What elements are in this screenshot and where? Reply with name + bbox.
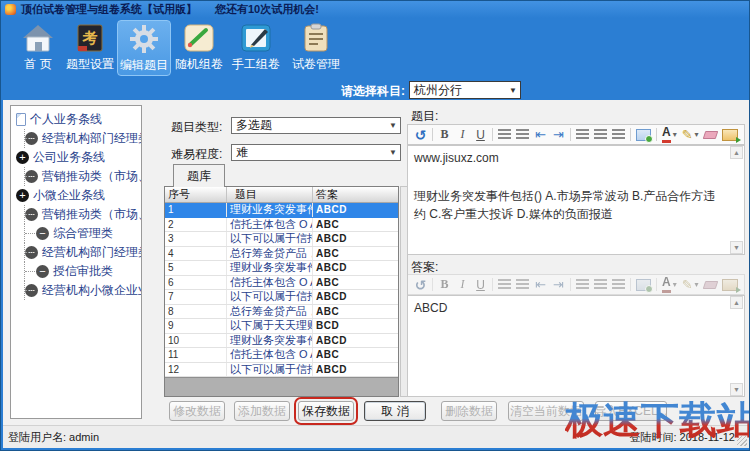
highlight-icon[interactable]: ✎ xyxy=(682,127,699,143)
modify-data-button[interactable]: 修改数据 xyxy=(169,401,225,421)
tree-item[interactable]: − 综合管理类 xyxy=(11,224,141,243)
cell-answer: ABCD xyxy=(313,290,398,304)
tree-item-label: 经营机构部门经理类 xyxy=(42,244,142,261)
tree-node-icon: + xyxy=(16,151,29,164)
table-row[interactable]: 10 理财业务突发事件... ABCD xyxy=(165,334,398,349)
home-icon xyxy=(21,23,55,53)
toolbar-separator xyxy=(656,278,657,291)
tree-item[interactable]: − 经营机构小微企业业务 xyxy=(11,281,141,300)
insert-image-icon[interactable] xyxy=(636,279,651,291)
table-row[interactable]: 7 以下可以属于信托... ABCD xyxy=(165,290,398,305)
undo-icon[interactable]: ↺ xyxy=(414,277,427,293)
clear-data-button[interactable]: 清空当前数据 xyxy=(508,401,584,421)
difficulty-dropdown[interactable]: 难 ▼ xyxy=(231,144,401,161)
outdent-icon[interactable]: ⇤ xyxy=(534,127,547,143)
table-row[interactable]: 1 理财业务突发事件... ABCD xyxy=(165,203,398,218)
underline-icon[interactable]: U xyxy=(474,127,487,143)
tree-connector xyxy=(24,224,36,243)
align-left-icon[interactable] xyxy=(576,129,589,140)
tree-item[interactable]: − 营销推动类（市场、产 xyxy=(11,205,141,224)
difficulty-value: 难 xyxy=(236,144,248,161)
tree-item[interactable]: − 授信审批类 xyxy=(11,262,141,281)
chevron-down-icon: ▼ xyxy=(389,121,397,130)
scroll-down-icon[interactable]: ▼ xyxy=(730,241,743,254)
bullet-list-icon[interactable] xyxy=(498,129,511,140)
table-row[interactable]: 9 以下属于天天理财... BCD xyxy=(165,319,398,334)
font-color-icon[interactable]: A xyxy=(662,127,677,143)
table-row[interactable]: 4 总行筹金贷产品，... ABC xyxy=(165,247,398,262)
table-row[interactable]: 5 理财业务突发事件... ABCD xyxy=(165,261,398,276)
eraser-icon[interactable] xyxy=(702,281,718,289)
align-right-icon[interactable] xyxy=(612,279,625,290)
nav-item-paper-manage[interactable]: 试卷管理 xyxy=(289,20,343,76)
table-body: 1 理财业务突发事件... ABCD 2 信托主体包含 O A... ABC 3… xyxy=(165,203,398,377)
save-data-button[interactable]: 保存数据 xyxy=(298,401,354,421)
table-row[interactable]: 12 以下可以属于信托... ABCD xyxy=(165,363,398,378)
notebook-pencil-icon xyxy=(239,23,273,53)
bullet-list-icon[interactable] xyxy=(498,279,511,290)
answer-editor[interactable]: ABCD xyxy=(407,295,745,397)
table-row[interactable]: 2 信托主体包含 O A... ABC xyxy=(165,218,398,233)
tree-item-label: 营销推动类（市场、产 xyxy=(42,206,142,223)
align-right-icon[interactable] xyxy=(612,129,625,140)
insert-media-icon[interactable] xyxy=(722,279,738,291)
nav-item-question-types[interactable]: 考 题型设置 xyxy=(63,20,117,76)
align-center-icon[interactable] xyxy=(594,129,607,140)
table-row[interactable]: 11 信托主体包含 O A... ABC xyxy=(165,348,398,363)
gear-icon xyxy=(127,24,161,54)
undo-icon[interactable]: ↺ xyxy=(414,127,427,143)
table-row[interactable]: 8 总行筹金贷产品，... ABC xyxy=(165,305,398,320)
table-row[interactable]: 3 以下可以属于信托... ABCD xyxy=(165,232,398,247)
tree-item[interactable]: + 公司业务条线 xyxy=(11,148,141,167)
cell-no: 1 xyxy=(165,203,227,217)
scroll-up-icon[interactable]: ▲ xyxy=(730,146,743,159)
cell-answer: ABC xyxy=(313,247,398,261)
italic-icon[interactable]: I xyxy=(456,127,469,143)
tree-item[interactable]: 个人业务条线 xyxy=(11,110,141,129)
toolbar-separator xyxy=(570,128,571,141)
tab-question-bank[interactable]: 题库 xyxy=(173,164,225,187)
scroll-up-icon[interactable]: ▲ xyxy=(730,296,743,309)
subject-dropdown[interactable]: 杭州分行 ▼ xyxy=(409,81,521,99)
nav-item-manual-paper[interactable]: 手工组卷 xyxy=(229,20,283,76)
numbered-list-icon[interactable] xyxy=(516,279,529,290)
import-excel-button[interactable]: 导入EXCEL... xyxy=(595,401,667,421)
numbered-list-icon[interactable] xyxy=(516,129,529,140)
cancel-button[interactable]: 取 消 xyxy=(364,401,426,421)
tree-node-icon: − xyxy=(36,265,49,278)
nav-item-home[interactable]: 首 页 xyxy=(11,20,65,76)
column-header-title: 题目 xyxy=(227,187,313,202)
delete-data-button[interactable]: 删除数据 xyxy=(441,401,497,421)
nav-item-edit-questions[interactable]: 编辑题目 xyxy=(117,20,171,76)
tree-item[interactable]: − 营销推动类（市场、产 xyxy=(11,167,141,186)
tree-item[interactable]: − 经营机构部门经理类 xyxy=(11,243,141,262)
indent-icon[interactable]: ⇥ xyxy=(552,277,565,293)
cell-no: 6 xyxy=(165,276,227,290)
insert-image-icon[interactable] xyxy=(636,129,651,141)
tree-item[interactable]: − 经营机构部门经理类 xyxy=(11,129,141,148)
align-left-icon[interactable] xyxy=(576,279,589,290)
question-editor[interactable]: www.jisuxz.com 理财业务突发事件包括() A.市场异常波动 B.产… xyxy=(407,145,745,255)
add-data-button[interactable]: 添加数据 xyxy=(234,401,290,421)
indent-icon[interactable]: ⇥ xyxy=(552,127,565,143)
question-type-dropdown[interactable]: 多选题 ▼ xyxy=(231,117,401,134)
table-row[interactable]: 6 信托主体包含 O A... ABC xyxy=(165,276,398,291)
align-center-icon[interactable] xyxy=(594,279,607,290)
scroll-down-icon[interactable]: ▼ xyxy=(730,383,743,396)
tree-item-label: 综合管理类 xyxy=(53,225,113,242)
outdent-icon[interactable]: ⇤ xyxy=(534,277,547,293)
insert-media-icon[interactable] xyxy=(722,129,738,141)
font-color-icon[interactable]: A xyxy=(662,277,677,293)
underline-icon[interactable]: U xyxy=(474,277,487,293)
tree-item[interactable]: + 小微企业条线 xyxy=(11,186,141,205)
italic-icon[interactable]: I xyxy=(456,277,469,293)
nav-item-random-paper[interactable]: 随机组卷 xyxy=(172,20,226,76)
cell-answer: ABC xyxy=(313,348,398,362)
resize-grip[interactable] xyxy=(737,436,747,446)
eraser-icon[interactable] xyxy=(702,131,718,139)
bold-icon[interactable]: B xyxy=(438,127,451,143)
app-icon xyxy=(5,4,16,15)
cell-no: 2 xyxy=(165,218,227,232)
highlight-icon[interactable]: ✎ xyxy=(682,277,699,293)
bold-icon[interactable]: B xyxy=(438,277,451,293)
